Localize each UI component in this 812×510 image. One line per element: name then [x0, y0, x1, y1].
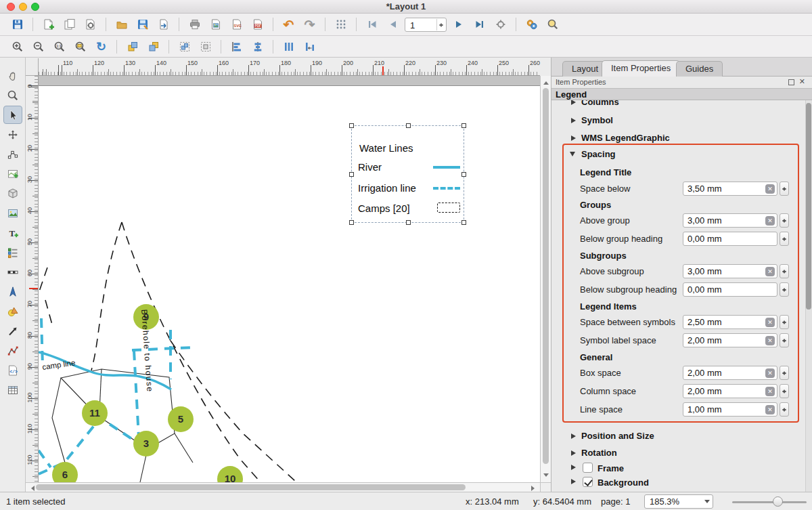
box-space-input[interactable]: 2,00 mm	[683, 366, 777, 380]
selection-handle[interactable]	[406, 123, 411, 128]
add-map-tool-button[interactable]	[3, 165, 22, 183]
pan-tool-button[interactable]	[3, 66, 22, 85]
section-wms-legendgraphic[interactable]: WMS LegendGraphic	[551, 132, 812, 147]
below-subgroup-heading-input[interactable]: 0,00 mm	[683, 282, 777, 297]
spinner-control[interactable]	[780, 182, 789, 196]
above-subgroup-input[interactable]: 3,00 mm	[683, 264, 777, 278]
atlas-page-input[interactable]: 1	[405, 18, 447, 32]
clear-field-icon[interactable]	[765, 368, 775, 378]
spinner-control[interactable]	[780, 333, 789, 347]
spinner-control[interactable]	[780, 232, 789, 246]
canvas-horizontal-scrollbar[interactable]	[26, 482, 540, 492]
redo-button[interactable]	[300, 16, 319, 33]
atlas-previous-button[interactable]	[384, 16, 402, 33]
snap-grid-button[interactable]	[332, 16, 350, 33]
line-space-input[interactable]: 1,00 mm	[683, 402, 777, 417]
tab-item-properties[interactable]: Item Properties	[602, 60, 680, 77]
save-project-button[interactable]	[8, 16, 26, 33]
spinner-control[interactable]	[780, 384, 789, 398]
section-columns[interactable]: Columns	[551, 100, 812, 111]
add-scalebar-tool-button[interactable]	[3, 263, 22, 281]
spinner-control[interactable]	[780, 402, 789, 417]
page-viewport[interactable]: 9 11 5 3 6 10 camp line Borehole to hous…	[39, 76, 540, 482]
below-group-heading-input[interactable]: 0,00 mm	[683, 232, 777, 246]
section-frame[interactable]: Frame	[551, 461, 812, 476]
canvas-vertical-scrollbar[interactable]	[540, 76, 551, 482]
distribute-items-button[interactable]	[279, 38, 298, 56]
zoom-level-combobox[interactable]: 185.3%	[644, 494, 713, 509]
export-pdf-button[interactable]: PDF	[248, 16, 267, 33]
clear-field-icon[interactable]	[765, 336, 775, 345]
scroll-left-arrow-icon[interactable]	[28, 486, 35, 491]
export-svg-button[interactable]: SVG	[227, 16, 246, 33]
select-move-item-tool-button[interactable]	[3, 106, 22, 124]
spinner-control[interactable]	[780, 213, 789, 228]
spinner-control[interactable]	[780, 282, 789, 297]
selection-handle[interactable]	[461, 172, 466, 177]
above-group-input[interactable]: 3,00 mm	[683, 213, 777, 228]
export-image-button[interactable]	[206, 16, 225, 33]
selection-handle[interactable]	[461, 123, 466, 128]
clear-field-icon[interactable]	[765, 318, 775, 327]
selection-handle[interactable]	[349, 123, 354, 128]
open-template-button[interactable]	[112, 16, 131, 33]
tab-guides[interactable]: Guides	[676, 61, 723, 77]
raise-items-button[interactable]	[123, 38, 141, 56]
atlas-first-button[interactable]	[363, 16, 381, 33]
lower-items-button[interactable]	[144, 38, 162, 56]
legend-item[interactable]: Water Lines River Irrigation line Camps …	[351, 125, 464, 223]
add-node-item-tool-button[interactable]	[3, 341, 22, 360]
spinner-control[interactable]	[780, 315, 789, 329]
align-center-button[interactable]	[248, 38, 267, 56]
add-shape-tool-button[interactable]	[3, 302, 22, 320]
zoom-in-button[interactable]	[8, 38, 26, 56]
selection-handle[interactable]	[406, 220, 411, 225]
add-html-tool-button[interactable]: </>	[3, 361, 22, 379]
zoom-out-button[interactable]	[29, 38, 47, 56]
zoom-actual-size-button[interactable]: 1:1	[50, 38, 68, 56]
align-left-button[interactable]	[227, 38, 246, 56]
zoom-full-button[interactable]	[71, 38, 89, 56]
ungroup-items-button[interactable]	[196, 38, 215, 56]
preview-atlas-button[interactable]	[522, 16, 541, 33]
scroll-down-arrow-icon[interactable]	[543, 473, 549, 480]
space-below-input[interactable]: 3,50 mm	[683, 182, 777, 196]
clear-field-icon[interactable]	[765, 405, 775, 415]
save-as-template-button[interactable]	[133, 16, 152, 33]
background-checkbox[interactable]	[583, 477, 593, 487]
group-items-button[interactable]	[175, 38, 194, 56]
add-legend-tool-button[interactable]	[3, 243, 22, 261]
clear-field-icon[interactable]	[765, 216, 775, 226]
tab-layout[interactable]: Layout	[562, 61, 608, 77]
selection-handle[interactable]	[349, 220, 354, 225]
atlas-last-button[interactable]	[470, 16, 489, 33]
zoom-slider-track[interactable]	[732, 501, 807, 503]
panel-scroll-thumb[interactable]	[806, 103, 811, 310]
section-spacing[interactable]: Spacing	[551, 148, 812, 163]
layout-manager-button[interactable]	[81, 16, 99, 33]
resize-items-button[interactable]	[300, 38, 319, 56]
float-panel-icon[interactable]	[788, 79, 794, 85]
selection-handle[interactable]	[461, 220, 466, 225]
add-items-from-template-button[interactable]	[154, 16, 173, 33]
zoom-slider-thumb[interactable]	[773, 496, 783, 507]
section-symbol[interactable]: Symbol	[551, 114, 812, 129]
frame-checkbox[interactable]	[583, 463, 593, 473]
zoom-to-atlas-feature-button[interactable]	[543, 16, 562, 33]
space-between-symbols-input[interactable]: 2,50 mm	[683, 315, 777, 329]
spinner-control[interactable]	[780, 264, 789, 278]
add-north-arrow-tool-button[interactable]	[3, 282, 22, 301]
atlas-settings-button[interactable]	[491, 16, 510, 33]
spinner-control[interactable]	[780, 366, 789, 380]
section-background[interactable]: Background	[551, 475, 812, 490]
symbol-label-space-input[interactable]: 2,00 mm	[683, 333, 777, 347]
page-spinner[interactable]	[436, 19, 445, 30]
scroll-right-arrow-icon[interactable]	[531, 486, 537, 491]
section-rotation[interactable]: Rotation	[551, 447, 812, 462]
refresh-view-button[interactable]	[92, 38, 110, 56]
undo-button[interactable]	[279, 16, 298, 33]
atlas-next-button[interactable]	[449, 16, 468, 33]
add-label-tool-button[interactable]: T	[3, 224, 22, 242]
section-position-and-size[interactable]: Position and Size	[551, 430, 812, 445]
clear-field-icon[interactable]	[765, 184, 775, 194]
